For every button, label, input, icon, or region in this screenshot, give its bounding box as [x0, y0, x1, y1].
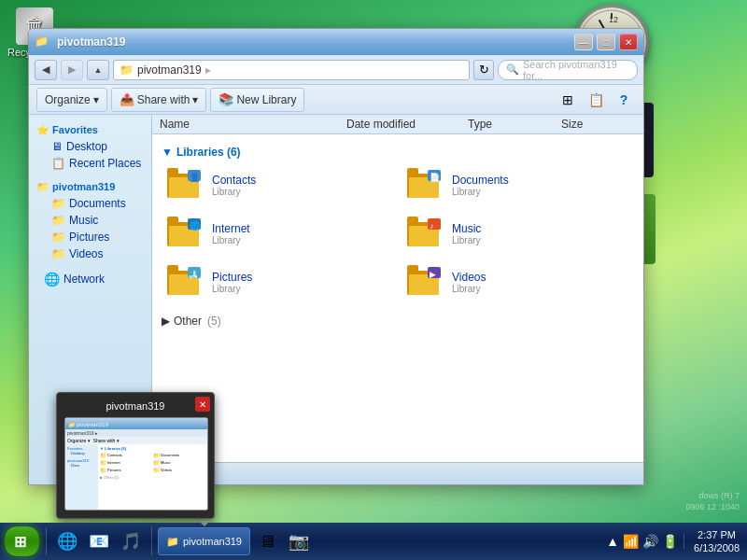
watermark-line1: dows (R) 7 [685, 490, 740, 502]
toolbar: Organize ▾ 📤 Share with ▾ 📚 New Library … [29, 85, 643, 115]
tray-date: 6/13/2008 [694, 541, 740, 554]
taskbar-ie-icon[interactable]: 🌐 [52, 526, 82, 556]
preview-popup: pivotman319 📁 pivotman319 pivotman319 ▸ … [56, 392, 215, 519]
library-grid: 👤 Contacts Library [160, 162, 636, 304]
sidebar-item-documents[interactable]: 📁 Documents [33, 195, 148, 212]
address-bar: ◀ ▶ ▲ 📁 pivotman319 ▸ ↻ 🔍 Search pivotma… [29, 55, 643, 85]
address-field[interactable]: 📁 pivotman319 ▸ [113, 60, 470, 80]
svg-rect-22 [167, 168, 178, 175]
list-item[interactable]: 🌐 Internet Library [160, 211, 396, 256]
videos-library-icon: ▶ [407, 265, 444, 299]
preview-pane-button[interactable]: 📋 [584, 88, 608, 112]
up-button[interactable]: ▲ [87, 60, 109, 80]
watermark-line2: 0906 12 :1040 [685, 501, 740, 513]
svg-text:12: 12 [609, 15, 618, 24]
svg-rect-27 [407, 168, 418, 175]
pictures-folder-icon: 📁 [51, 231, 65, 244]
taskbar: ⊞ 🌐 📧 🎵 📁 pivotman319 🖥 📷 ▲ 📶 🔊 🔋 [0, 523, 747, 560]
build-watermark: dows (R) 7 0906 12 :1040 [685, 490, 740, 513]
col-date-header[interactable]: Date modified [346, 118, 468, 131]
desktop-icon: 🖥 [51, 140, 63, 153]
col-type-header[interactable]: Type [468, 118, 561, 131]
volume-icon[interactable]: 🔊 [642, 534, 658, 549]
col-size-header[interactable]: Size [561, 118, 636, 131]
pictures-type: Library [212, 284, 252, 294]
organize-button[interactable]: Organize ▾ [36, 88, 107, 112]
search-placeholder: Search pivotman319 for... [523, 59, 629, 81]
start-button[interactable]: ⊞ [4, 525, 40, 557]
back-button[interactable]: ◀ [35, 60, 57, 80]
preview-arrow [199, 521, 210, 526]
maximize-button[interactable]: □ [597, 34, 615, 50]
sidebar-item-network[interactable]: 🌐 Network [33, 270, 148, 288]
share-with-button[interactable]: 📤 Share with ▾ [111, 88, 207, 112]
svg-text:🌐: 🌐 [190, 220, 201, 231]
search-field[interactable]: 🔍 Search pivotman319 for... [498, 60, 638, 80]
svg-rect-37 [407, 217, 418, 224]
network-tray-icon[interactable]: 📶 [623, 534, 639, 549]
taskbar-media-icon[interactable]: 🎵 [116, 526, 146, 556]
clock-tray[interactable]: 2:37 PM 6/13/2008 [690, 528, 743, 555]
other-count: (5) [207, 315, 221, 328]
svg-rect-42 [167, 265, 178, 273]
internet-library-icon: 🌐 [167, 217, 204, 250]
favorites-header[interactable]: ⭐ Favorites [33, 122, 148, 138]
sidebar-item-recent-places[interactable]: 📋 Recent Places [33, 155, 148, 172]
music-folder-icon: 📁 [51, 214, 65, 227]
list-item[interactable]: ▶ Videos Library [400, 259, 636, 304]
system-tray: ▲ 📶 🔊 🔋 2:37 PM 6/13/2008 [606, 528, 743, 555]
battery-icon[interactable]: 🔋 [662, 534, 678, 549]
documents-library-icon: 📄 [407, 168, 444, 202]
taskbar-extra-icon-1[interactable]: 🖥 [252, 526, 282, 556]
share-chevron: ▾ [192, 93, 198, 106]
preview-close-button[interactable]: ✕ [195, 397, 210, 412]
sidebar-item-music[interactable]: 📁 Music [33, 212, 148, 229]
address-text: pivotman319 [137, 63, 202, 77]
music-library-icon: ♪ [407, 217, 444, 250]
contacts-type: Library [212, 187, 256, 197]
libraries-section-header[interactable]: ▼ Libraries (6) [160, 142, 636, 162]
contacts-name: Contacts [212, 174, 256, 187]
list-item[interactable]: 👤 Contacts Library [160, 162, 396, 207]
pictures-name: Pictures [212, 271, 252, 284]
favorites-group: ⭐ Favorites 🖥 Desktop 📋 Recent Places [33, 122, 148, 172]
show-hidden-icon[interactable]: ▲ [606, 534, 619, 549]
view-toggle-button[interactable]: ⊞ [556, 88, 580, 112]
minimize-button[interactable]: — [574, 34, 593, 50]
videos-name: Videos [452, 271, 486, 284]
toolbar-right: ⊞ 📋 ? [556, 88, 636, 112]
sidebar-item-desktop[interactable]: 🖥 Desktop [33, 138, 148, 155]
list-item[interactable]: 🏞 Pictures Library [160, 259, 396, 304]
taskbar-task-explorer[interactable]: 📁 pivotman319 [158, 527, 250, 555]
refresh-button[interactable]: ↻ [473, 60, 494, 80]
new-library-button[interactable]: 📚 New Library [210, 88, 304, 112]
col-name-header[interactable]: Name [160, 118, 346, 131]
sidebar-item-videos[interactable]: 📁 Videos [33, 245, 148, 262]
taskbar-extra-icon-2[interactable]: 📷 [284, 526, 314, 556]
contacts-info: Contacts Library [212, 174, 256, 197]
content-panel: Name Date modified Type Size ▼ Libraries… [152, 115, 643, 484]
help-button[interactable]: ? [612, 88, 636, 112]
desktop: 🗑 Recycle Bin 12 3 6 9 [0, 0, 747, 560]
pivotman-group: 📁 pivotman319 📁 Documents 📁 Music 📁 Pict… [33, 179, 148, 262]
other-section[interactable]: ▶ Other (5) [160, 312, 636, 330]
organize-label: Organize [45, 93, 91, 106]
task-label: pivotman319 [183, 536, 242, 547]
videos-info: Videos Library [452, 271, 486, 294]
taskbar-email-icon[interactable]: 📧 [84, 526, 114, 556]
svg-text:📄: 📄 [430, 172, 441, 183]
other-expand-icon: ▶ [162, 315, 170, 328]
pivotman-header[interactable]: 📁 pivotman319 [33, 179, 148, 195]
network-icon: 🌐 [44, 272, 60, 287]
documents-info: Documents Library [452, 174, 509, 197]
title-bar: 📁 pivotman319 — □ ✕ [29, 29, 643, 55]
taskbar-separator-1 [46, 527, 47, 555]
forward-button[interactable]: ▶ [61, 60, 83, 80]
list-item[interactable]: 📄 Documents Library [400, 162, 636, 207]
network-group: 🌐 Network [33, 270, 148, 288]
list-item[interactable]: ♪ Music Library [400, 211, 636, 256]
close-button[interactable]: ✕ [619, 34, 638, 50]
taskbar-separator-2 [151, 527, 152, 555]
status-bar [152, 462, 643, 484]
sidebar-item-pictures[interactable]: 📁 Pictures [33, 229, 148, 245]
